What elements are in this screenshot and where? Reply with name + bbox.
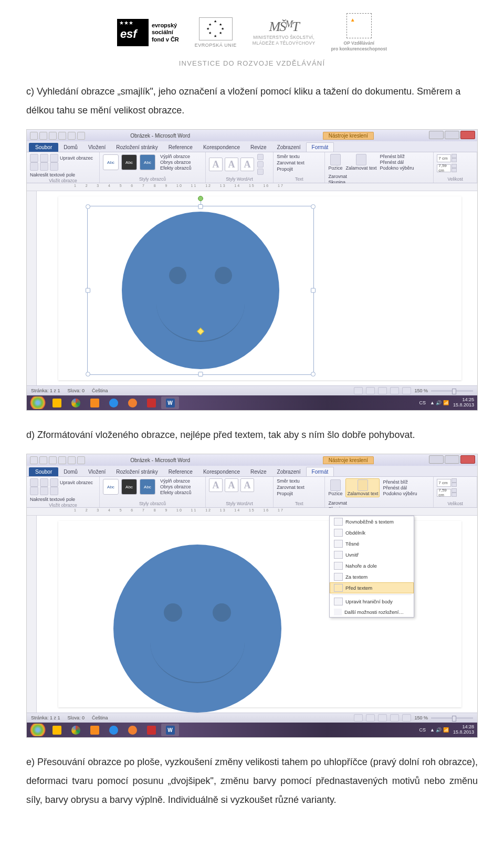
zoom-slider[interactable] bbox=[431, 717, 473, 719]
resize-handle-se[interactable] bbox=[311, 372, 316, 377]
resize-handle-w[interactable] bbox=[86, 288, 90, 293]
taskbar-word[interactable]: W bbox=[161, 396, 179, 409]
resize-handle-sw[interactable] bbox=[86, 372, 90, 377]
resize-handle-ne[interactable] bbox=[311, 204, 316, 209]
tab-mailings[interactable]: Korespondence bbox=[198, 143, 245, 152]
view-web[interactable] bbox=[378, 387, 387, 394]
view-print-layout[interactable] bbox=[354, 387, 363, 394]
width-spinner[interactable]: 7,59 cm bbox=[437, 488, 457, 497]
tab-references[interactable]: Reference bbox=[163, 467, 198, 476]
text-direction-button[interactable]: Směr textu bbox=[277, 154, 321, 159]
tab-format[interactable]: Formát bbox=[306, 467, 334, 476]
resize-handle-nw[interactable] bbox=[86, 204, 90, 209]
taskbar-ie[interactable] bbox=[104, 396, 122, 409]
word-count[interactable]: Slova: 0 bbox=[68, 388, 85, 393]
tray-icons[interactable]: ▲ 🔊 📶 bbox=[430, 400, 449, 405]
smiley-shape[interactable] bbox=[113, 545, 281, 713]
wrap-more-options[interactable]: Další možnosti rozložení… bbox=[330, 607, 414, 617]
tab-view[interactable]: Zobrazení bbox=[272, 143, 306, 152]
maximize-button[interactable] bbox=[445, 131, 459, 139]
shape-gallery-icon[interactable] bbox=[30, 154, 38, 162]
tab-insert[interactable]: Vložení bbox=[83, 467, 111, 476]
selection-pane-button[interactable]: Podokno výběru bbox=[380, 165, 414, 171]
tab-layout[interactable]: Rozložení stránky bbox=[111, 143, 163, 152]
shape-outline-button[interactable]: Obrys obrazce bbox=[160, 160, 192, 165]
wrap-square[interactable]: Obdélník bbox=[330, 527, 414, 538]
taskbar-reader[interactable] bbox=[142, 396, 160, 409]
align-button[interactable]: Zarovnat bbox=[328, 174, 347, 179]
wrap-behind-text[interactable]: Za textem bbox=[330, 571, 414, 582]
view-draft[interactable] bbox=[402, 387, 411, 394]
wrap-edit-points[interactable]: Upravit hraniční body bbox=[330, 596, 414, 607]
tab-layout[interactable]: Rozložení stránky bbox=[111, 467, 163, 476]
zoom-level[interactable]: 150 % bbox=[414, 388, 428, 393]
zoom-slider[interactable] bbox=[431, 390, 473, 392]
smiley-shape[interactable] bbox=[122, 212, 279, 369]
taskbar-app[interactable] bbox=[86, 396, 103, 409]
resize-handle-n[interactable] bbox=[198, 204, 203, 209]
draw-textbox-button[interactable]: Nakreslit textové pole bbox=[30, 172, 75, 177]
shape-style-preset[interactable]: Abc bbox=[121, 154, 137, 170]
shape-fill-button[interactable]: Výplň obrazce bbox=[160, 154, 192, 159]
file-tab[interactable]: Soubor bbox=[29, 143, 58, 152]
vertical-ruler[interactable] bbox=[27, 191, 37, 385]
tray-lang[interactable]: CS bbox=[419, 400, 426, 405]
align-text-button[interactable]: Zarovnat text bbox=[277, 160, 321, 165]
wrap-inline[interactable]: Rovnoběžně s textem bbox=[330, 516, 414, 527]
page-indicator[interactable]: Stránka: 1 z 1 bbox=[31, 388, 60, 393]
wordart-style[interactable]: A bbox=[240, 158, 254, 171]
shape-style-preset[interactable]: Abc bbox=[121, 479, 137, 495]
document-canvas[interactable]: Rovnoběžně s textem Obdélník Těsné Uvnit… bbox=[27, 516, 477, 713]
wrap-through[interactable]: Uvnitř bbox=[330, 549, 414, 560]
tab-review[interactable]: Revize bbox=[245, 467, 272, 476]
resize-handle-e[interactable] bbox=[311, 288, 316, 293]
tab-review[interactable]: Revize bbox=[245, 143, 272, 152]
rotation-handle[interactable] bbox=[198, 196, 203, 201]
tab-references[interactable]: Reference bbox=[163, 143, 198, 152]
file-tab[interactable]: Soubor bbox=[29, 467, 58, 476]
taskbar-wmp[interactable] bbox=[123, 396, 141, 409]
system-tray[interactable]: CS ▲ 🔊 📶 14:28 15.8.2013 bbox=[419, 725, 474, 735]
tab-insert[interactable]: Vložení bbox=[83, 143, 111, 152]
width-spinner[interactable]: 7,59 cm bbox=[437, 164, 457, 172]
minimize-button[interactable] bbox=[429, 455, 444, 464]
maximize-button[interactable] bbox=[445, 455, 459, 464]
quick-access-toolbar[interactable] bbox=[30, 456, 85, 464]
wrap-in-front-of-text[interactable]: Před textem bbox=[330, 582, 414, 593]
position-button[interactable]: Pozice bbox=[328, 154, 342, 171]
tab-mailings[interactable]: Korespondence bbox=[198, 467, 245, 476]
send-backward-button[interactable]: Přenést dál bbox=[380, 160, 414, 165]
wrap-text-button[interactable]: Zalamovat text bbox=[345, 154, 376, 171]
height-spinner[interactable]: 7 cm bbox=[437, 154, 457, 162]
system-tray[interactable]: CS ▲ 🔊 📶 14:25 15.8.2013 bbox=[419, 398, 474, 408]
tab-view[interactable]: Zobrazení bbox=[272, 467, 306, 476]
edit-shape-button[interactable]: Upravit obrazec bbox=[60, 155, 93, 161]
taskbar-app[interactable] bbox=[48, 396, 66, 409]
wrap-text-button-active[interactable]: Zalamovat text bbox=[345, 478, 380, 497]
shape-selection-box[interactable] bbox=[87, 206, 314, 375]
horizontal-ruler[interactable] bbox=[27, 508, 477, 516]
view-outline[interactable] bbox=[390, 387, 399, 394]
resize-handle-s[interactable] bbox=[198, 372, 203, 377]
taskbar-chrome[interactable] bbox=[67, 396, 85, 409]
shape-style-preset[interactable]: Abc bbox=[103, 154, 119, 170]
wordart-style[interactable]: A bbox=[209, 158, 223, 171]
create-link-button[interactable]: Propojit bbox=[277, 166, 321, 172]
tab-home[interactable]: Domů bbox=[58, 467, 83, 476]
close-button[interactable] bbox=[460, 131, 475, 139]
wordart-style[interactable]: A bbox=[225, 158, 238, 171]
language-indicator[interactable]: Čeština bbox=[92, 388, 108, 393]
minimize-button[interactable] bbox=[429, 131, 444, 139]
document-page[interactable] bbox=[58, 196, 461, 380]
shape-style-preset[interactable]: Abc bbox=[103, 479, 119, 495]
start-button[interactable] bbox=[29, 396, 47, 409]
close-button[interactable] bbox=[460, 455, 475, 464]
height-spinner[interactable]: 7 cm bbox=[437, 478, 457, 487]
wrap-tight[interactable]: Těsné bbox=[330, 538, 414, 549]
vertical-ruler[interactable] bbox=[27, 516, 37, 713]
start-button[interactable] bbox=[29, 724, 47, 736]
wrap-top-bottom[interactable]: Nahoře a dole bbox=[330, 560, 414, 571]
shape-effects-button[interactable]: Efekty obrazců bbox=[160, 165, 192, 171]
quick-access-toolbar[interactable] bbox=[30, 132, 85, 140]
tab-home[interactable]: Domů bbox=[58, 143, 83, 152]
